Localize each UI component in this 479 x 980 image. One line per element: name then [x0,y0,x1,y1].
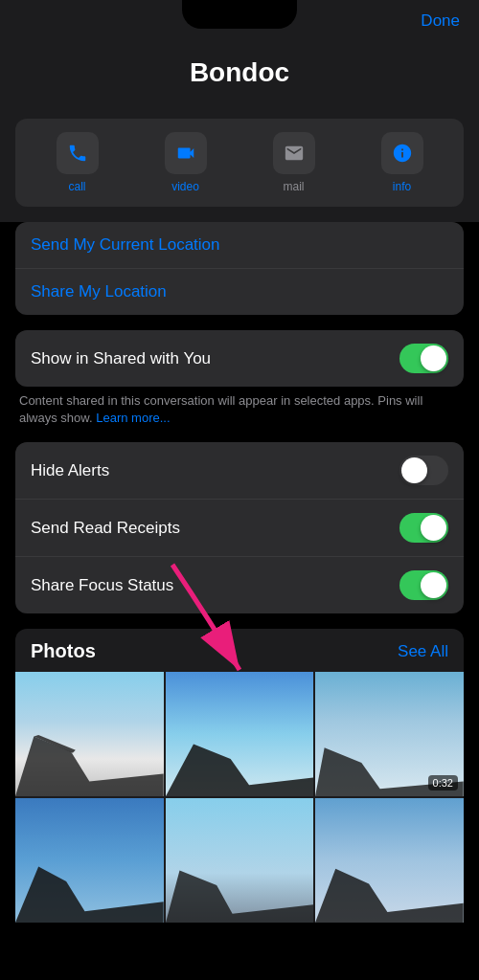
photos-header: Photos See All [15,629,464,672]
video-button[interactable]: video [131,132,240,193]
photo-cell-4[interactable] [15,798,164,923]
show-shared-row: Show in Shared with You [15,330,464,387]
show-shared-label: Show in Shared with You [31,349,211,368]
call-label: call [68,180,85,193]
see-all-button[interactable]: See All [398,642,448,661]
photo-cell-3[interactable]: 0:32 [315,672,464,796]
done-button[interactable]: Done [421,11,460,31]
send-read-receipts-toggle[interactable] [399,513,448,543]
toggle-knob-2 [401,457,427,483]
contact-name: Bondoc [19,57,460,88]
send-read-receipts-row: Send Read Receipts [15,500,464,557]
photo-cell-2[interactable] [166,672,314,796]
mail-label: mail [283,180,304,193]
photos-title: Photos [31,640,96,662]
video-badge: 0:32 [428,775,458,791]
toggle-knob [421,345,446,371]
notch [182,0,297,29]
location-section: Send My Current Location Share My Locati… [15,222,464,315]
send-location-item[interactable]: Send My Current Location [15,222,464,269]
photos-grid: 0:32 [15,672,464,923]
mail-icon [273,132,315,174]
action-buttons: call video mail info [15,119,464,207]
show-shared-toggle[interactable] [399,344,448,373]
video-label: video [171,180,199,193]
learn-more-link[interactable]: Learn more... [96,411,170,425]
shared-with-you-section: Show in Shared with You [15,330,464,387]
section-note: Content shared in this conversation will… [15,392,464,427]
call-icon [57,132,99,174]
call-button[interactable]: call [23,132,131,193]
settings-section: Hide Alerts Send Read Receipts Share Foc… [15,442,464,613]
photos-section: Photos See All 0:32 [15,629,464,923]
info-label: info [393,180,411,193]
photo-cell-6[interactable] [315,798,464,923]
toggle-knob-3 [421,515,446,541]
send-read-receipts-label: Send Read Receipts [31,519,180,538]
toggle-knob-4 [421,572,446,598]
info-icon [381,132,423,174]
photo-cell-5[interactable] [166,798,314,923]
hide-alerts-toggle[interactable] [399,456,448,485]
photo-cell-1[interactable] [15,672,164,796]
share-focus-row: Share Focus Status [15,557,464,613]
share-location-item[interactable]: Share My Location [15,269,464,315]
info-button[interactable]: info [348,132,456,193]
share-focus-label: Share Focus Status [31,576,173,595]
mail-button[interactable]: mail [240,132,348,193]
status-bar: Done [0,0,479,42]
contact-header: Bondoc [0,42,479,107]
hide-alerts-label: Hide Alerts [31,461,109,480]
hide-alerts-row: Hide Alerts [15,442,464,500]
video-icon [165,132,207,174]
share-focus-toggle[interactable] [399,570,448,600]
